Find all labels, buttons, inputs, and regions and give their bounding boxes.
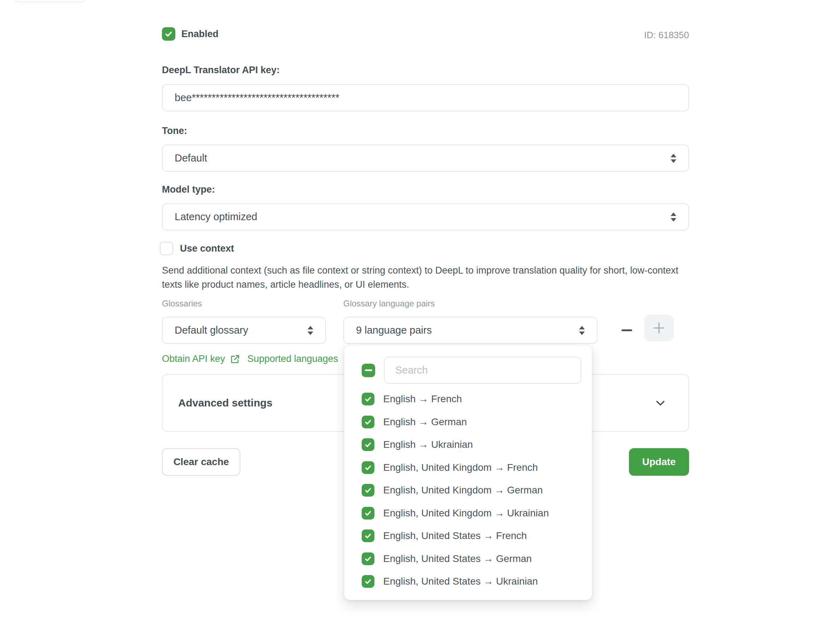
- remove-glossary-button[interactable]: [618, 321, 636, 339]
- check-icon: [364, 486, 372, 495]
- checkbox-checked[interactable]: [362, 507, 374, 520]
- select-updown-icon: [671, 154, 676, 163]
- chevron-down-icon[interactable]: [654, 397, 667, 409]
- api-key-input[interactable]: [175, 92, 676, 104]
- language-pairs-select[interactable]: 9 language pairs: [343, 317, 597, 344]
- language-pair-option[interactable]: English, United States → German: [344, 547, 592, 570]
- update-button[interactable]: Update: [629, 448, 689, 476]
- select-all-checkbox[interactable]: [362, 364, 375, 377]
- select-updown-icon: [307, 326, 313, 335]
- indeterminate-icon: [365, 369, 372, 371]
- language-pairs-dropdown: English → French English → German Englis…: [344, 345, 592, 600]
- check-icon: [364, 532, 372, 540]
- clipped-element-above: [15, 0, 85, 2]
- tone-select[interactable]: Default: [162, 145, 689, 172]
- deepl-integration-settings-page: Enabled ID: 618350 DeepL Translator API …: [0, 0, 840, 627]
- language-pairs-select-value: 9 language pairs: [356, 325, 432, 336]
- check-icon: [164, 29, 173, 39]
- language-pair-option[interactable]: English → Ukrainian: [344, 433, 592, 456]
- search-input[interactable]: [384, 357, 581, 384]
- tone-select-value: Default: [175, 152, 207, 164]
- language-pair-option[interactable]: English, United States → French: [344, 525, 592, 547]
- help-links-row: Obtain API key Supported languages: [162, 353, 338, 364]
- language-pair-option[interactable]: English, United States → Ukrainian: [344, 570, 592, 593]
- check-icon: [364, 440, 372, 449]
- tone-label: Tone:: [162, 126, 187, 136]
- enabled-checkbox[interactable]: [162, 27, 175, 41]
- language-pair-option[interactable]: English, United Kingdom → French: [344, 456, 592, 479]
- glossary-select[interactable]: Default glossary: [162, 317, 326, 344]
- check-icon: [364, 509, 372, 517]
- external-link-icon: [230, 354, 240, 364]
- glossaries-label: Glossaries: [162, 299, 202, 309]
- enabled-row: Enabled: [162, 27, 219, 41]
- enabled-label: Enabled: [181, 28, 219, 39]
- check-icon: [364, 395, 372, 403]
- model-type-select[interactable]: Latency optimized: [162, 203, 689, 230]
- use-context-description: Send additional context (such as file co…: [162, 263, 682, 291]
- add-glossary-button[interactable]: [644, 315, 674, 342]
- integration-id: ID: 618350: [619, 30, 689, 41]
- checkbox-checked[interactable]: [362, 416, 374, 429]
- check-icon: [364, 463, 372, 472]
- checkbox-checked[interactable]: [362, 575, 374, 588]
- language-pair-option[interactable]: English, United Kingdom → German: [344, 479, 592, 502]
- checkbox-checked[interactable]: [362, 461, 374, 474]
- checkbox-checked[interactable]: [362, 553, 374, 565]
- select-updown-icon: [579, 326, 585, 335]
- language-pairs-label: Glossary language pairs: [343, 299, 435, 309]
- plus-icon: [652, 321, 667, 336]
- api-key-field: [162, 84, 689, 111]
- checkbox-checked[interactable]: [362, 393, 374, 405]
- api-key-label: DeepL Translator API key:: [162, 65, 280, 76]
- model-type-select-value: Latency optimized: [175, 211, 257, 223]
- language-pair-option[interactable]: English → French: [344, 388, 592, 411]
- checkbox-checked[interactable]: [362, 484, 374, 496]
- check-icon: [364, 555, 372, 563]
- language-pair-option[interactable]: English → German: [344, 411, 592, 434]
- dropdown-header: [362, 357, 581, 384]
- language-pair-option[interactable]: English, United Kingdom → Ukrainian: [344, 502, 592, 525]
- language-pair-list: English → French English → German Englis…: [344, 388, 592, 593]
- check-icon: [364, 418, 372, 426]
- use-context-row: Use context: [160, 242, 234, 255]
- minus-icon: [621, 329, 632, 331]
- obtain-api-key-link[interactable]: Obtain API key: [162, 353, 240, 364]
- advanced-settings-title: Advanced settings: [178, 397, 273, 409]
- checkbox-checked[interactable]: [362, 438, 374, 451]
- glossary-select-value: Default glossary: [175, 325, 248, 336]
- model-type-label: Model type:: [162, 184, 215, 195]
- use-context-label: Use context: [180, 243, 234, 254]
- supported-languages-link[interactable]: Supported languages: [247, 353, 338, 364]
- check-icon: [364, 577, 372, 586]
- clear-cache-button[interactable]: Clear cache: [162, 448, 240, 476]
- checkbox-checked[interactable]: [362, 529, 374, 542]
- use-context-checkbox[interactable]: [160, 242, 173, 255]
- select-updown-icon: [671, 213, 676, 222]
